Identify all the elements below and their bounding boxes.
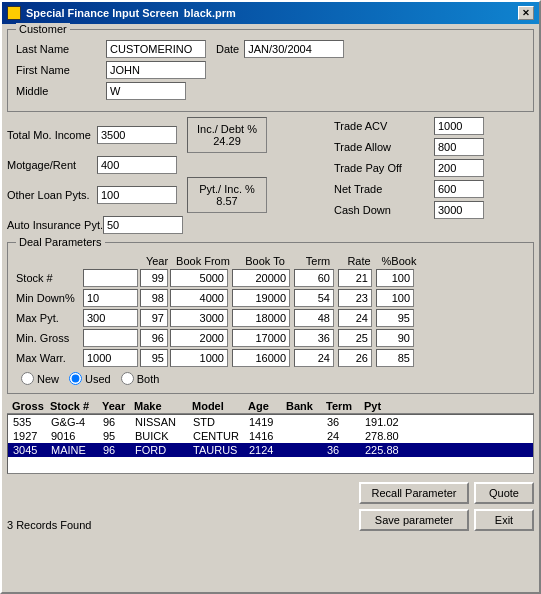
table-body: 535 G&G-4 96 NISSAN STD 1419 36 191.02 1… [7,414,534,474]
titlebar-left: Special Finance Input Screen black.prm [7,6,236,20]
radio-new-label[interactable]: New [21,372,59,385]
th-make: Make [134,400,192,412]
first-name-input[interactable] [106,61,206,79]
first-name-row: First Name [16,61,344,79]
dp-bookfrom-2[interactable] [170,289,228,307]
row1-model: STD [193,416,249,428]
dp-pctbook-4[interactable] [376,329,414,347]
row1-make: NISSAN [135,416,193,428]
recall-param-button[interactable]: Recall Parameter [359,482,469,504]
new-label: New [37,373,59,385]
dp-term-4[interactable] [294,329,334,347]
th-term: Term [326,400,364,412]
dp-bookto-1[interactable] [232,269,290,287]
min-down-input[interactable] [83,289,138,307]
total-income-input[interactable] [97,126,177,144]
max-warr-input[interactable] [83,349,138,367]
row1-age: 1419 [249,416,287,428]
min-gross-input[interactable] [83,329,138,347]
dp-pctbook-2[interactable] [376,289,414,307]
dp-rate-4[interactable] [338,329,372,347]
auto-ins-input[interactable] [103,216,183,234]
dp-rate-2[interactable] [338,289,372,307]
dp-year-1[interactable] [140,269,168,287]
dp-bookfrom-4[interactable] [170,329,228,347]
dp-bookto-2[interactable] [232,289,290,307]
radio-both[interactable] [121,372,134,385]
cash-down-input[interactable] [434,201,484,219]
table-headers: Gross Stock # Year Make Model Age Bank T… [7,399,534,414]
radio-new[interactable] [21,372,34,385]
row1-pyt: 191.02 [365,416,417,428]
date-input[interactable] [244,40,344,58]
radio-used[interactable] [69,372,82,385]
dp-rate-5[interactable] [338,349,372,367]
radio-used-label[interactable]: Used [69,372,111,385]
dp-year-4[interactable] [140,329,168,347]
button-row-1: Recall Parameter Quote [359,482,534,504]
exit-button[interactable]: Exit [474,509,534,531]
row3-age: 2124 [249,444,287,456]
row3-bank [287,444,327,456]
dp-bookfrom-5[interactable] [170,349,228,367]
dp-bookto-3[interactable] [232,309,290,327]
trade-allow-input[interactable] [434,138,484,156]
dp-term-3[interactable] [294,309,334,327]
row3-pyt: 225.88 [365,444,417,456]
date-label: Date [216,43,239,55]
max-warr-label: Max Warr. [16,352,81,364]
quote-button[interactable]: Quote [474,482,534,504]
button-row-2: Save parameter Exit [359,509,534,531]
row2-year: 95 [103,430,135,442]
max-pyt-input[interactable] [83,309,138,327]
close-button[interactable]: ✕ [518,6,534,20]
dp-pctbook-5[interactable] [376,349,414,367]
th-bank: Bank [286,400,326,412]
dp-header-bookfrom: Book From [173,255,233,267]
row2-stock: 9016 [51,430,103,442]
total-income-label: Total Mo. Income [7,129,97,141]
dp-year-3[interactable] [140,309,168,327]
trade-acv-input[interactable] [434,117,484,135]
net-trade-input[interactable] [434,180,484,198]
th-model: Model [192,400,248,412]
last-name-label: Last Name [16,43,106,55]
dp-pctbook-1[interactable] [376,269,414,287]
bottom-section: 3 Records Found Recall Parameter Quote S… [7,482,534,531]
dp-term-1[interactable] [294,269,334,287]
net-trade-row: Net Trade [334,180,534,198]
deal-params-headers: Year Book From Book To Term Rate %Book [16,255,525,267]
dp-header-term: Term [297,255,339,267]
row3-make: FORD [135,444,193,456]
dp-bookfrom-1[interactable] [170,269,228,287]
row2-pyt: 278.80 [365,430,417,442]
trade-payoff-input[interactable] [434,159,484,177]
other-loan-label: Other Loan Pyts. [7,189,97,201]
dp-rate-3[interactable] [338,309,372,327]
dp-header-year: Year [143,255,171,267]
trade-allow-label: Trade Allow [334,141,434,153]
save-param-button[interactable]: Save parameter [359,509,469,531]
last-name-input[interactable] [106,40,206,58]
dp-bookto-4[interactable] [232,329,290,347]
other-loan-input[interactable] [97,186,177,204]
dp-year-2[interactable] [140,289,168,307]
dp-term-2[interactable] [294,289,334,307]
dp-bookto-5[interactable] [232,349,290,367]
middle-input[interactable] [106,82,186,100]
dp-year-5[interactable] [140,349,168,367]
dp-rate-1[interactable] [338,269,372,287]
trade-allow-row: Trade Allow [334,138,534,156]
dp-term-5[interactable] [294,349,334,367]
table-row-selected[interactable]: 3045 MAINE 96 FORD TAURUS 2124 36 225.88 [8,443,533,457]
table-row[interactable]: 1927 9016 95 BUICK CENTUR 1416 24 278.80 [8,429,533,443]
dp-header-blank [16,255,141,267]
radio-both-label[interactable]: Both [121,372,160,385]
mortgage-input[interactable] [97,156,177,174]
stock-label: Stock # [16,272,81,284]
table-row[interactable]: 535 G&G-4 96 NISSAN STD 1419 36 191.02 [8,415,533,429]
stock-input[interactable] [83,269,138,287]
trade-acv-label: Trade ACV [334,120,434,132]
dp-bookfrom-3[interactable] [170,309,228,327]
dp-pctbook-3[interactable] [376,309,414,327]
